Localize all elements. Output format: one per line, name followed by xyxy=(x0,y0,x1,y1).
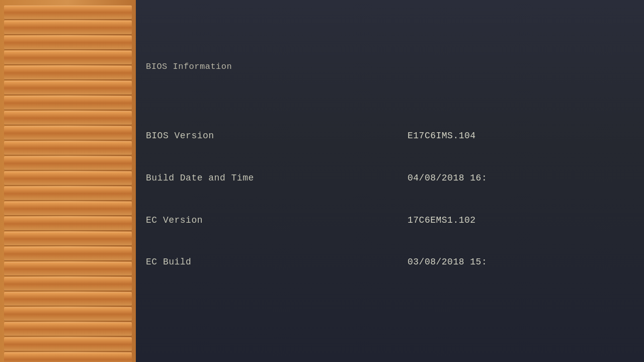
blind-slat xyxy=(4,21,132,35)
bios-info-header-label: BIOS Information xyxy=(146,60,408,73)
build-date-row: Build Date and Time 04/08/2018 16: xyxy=(146,171,644,186)
blind-slat xyxy=(4,322,132,336)
blind-slat xyxy=(4,111,132,125)
blind-slat xyxy=(4,81,132,95)
bios-version-label: BIOS Version xyxy=(146,129,408,143)
blind-slat xyxy=(4,277,132,291)
build-date-value: 04/08/2018 16: xyxy=(408,171,487,186)
blind-slat xyxy=(4,292,132,306)
blind-slat xyxy=(4,6,132,20)
ec-build-row: EC Build 03/08/2018 15: xyxy=(146,255,644,269)
bios-content: BIOS Information BIOS Version E17C6IMS.1… xyxy=(146,4,644,362)
blind-slat xyxy=(4,337,132,351)
blind-slat xyxy=(4,247,132,261)
bios-version-row: BIOS Version E17C6IMS.104 xyxy=(146,129,644,143)
blind-slat xyxy=(4,307,132,321)
blind-slat xyxy=(4,156,132,170)
blind-slat xyxy=(4,187,132,201)
blind-slat xyxy=(4,51,132,65)
ec-build-label: EC Build xyxy=(146,255,408,269)
bios-info-section-header-row: BIOS Information xyxy=(146,60,644,73)
blind-slat xyxy=(4,202,132,216)
blind-slat xyxy=(4,141,132,155)
blind-slat xyxy=(4,262,132,276)
ec-version-row: EC Version 17C6EMS1.102 xyxy=(146,214,644,228)
ec-build-value: 03/08/2018 15: xyxy=(408,255,487,269)
blind-slat xyxy=(4,96,132,110)
blind-slat xyxy=(4,126,132,140)
blind-slat xyxy=(4,217,132,231)
blind-slat xyxy=(4,352,132,362)
ec-version-label: EC Version xyxy=(146,214,408,228)
ec-version-value: 17C6EMS1.102 xyxy=(408,214,476,228)
bios-version-value: E17C6IMS.104 xyxy=(408,129,476,143)
blind-slats xyxy=(0,0,136,362)
spacer-1 xyxy=(146,312,644,321)
left-decorative-panel xyxy=(0,0,136,362)
blind-slat xyxy=(4,232,132,246)
blind-slat xyxy=(4,66,132,80)
bios-screen: BIOS Information BIOS Version E17C6IMS.1… xyxy=(136,0,644,362)
blind-slat xyxy=(4,171,132,186)
build-date-label: Build Date and Time xyxy=(146,171,408,186)
blind-slat xyxy=(4,36,132,50)
